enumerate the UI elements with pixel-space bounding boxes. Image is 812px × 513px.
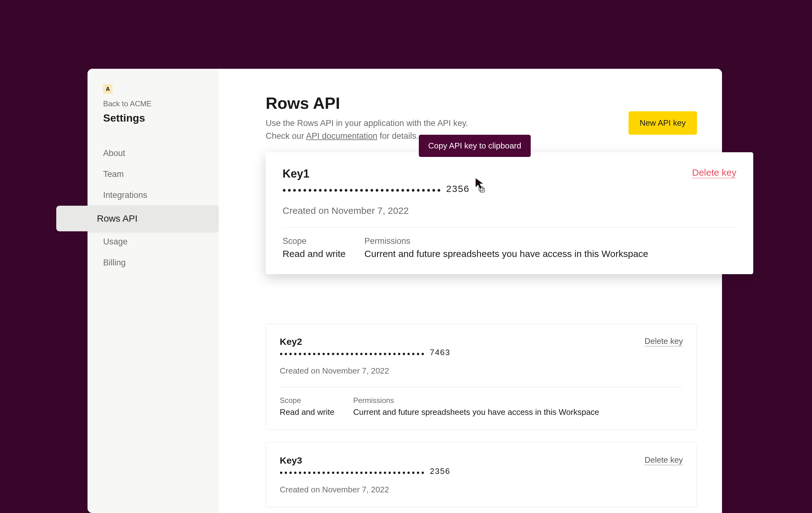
key-name: Key3	[280, 455, 451, 466]
key-name: Key1	[283, 167, 486, 180]
permissions-col: Permissions Current and future spreadshe…	[365, 236, 648, 259]
key-created: Created on November 7, 2022	[280, 366, 683, 376]
sidebar-item-usage[interactable]: Usage	[88, 231, 219, 252]
permissions-value: Current and future spreadsheets you have…	[365, 249, 648, 259]
delete-key-link[interactable]: Delete key	[692, 167, 736, 178]
key-dots: •••••••••••••••••••••••••••••••	[283, 185, 442, 196]
key-created: Created on November 7, 2022	[283, 205, 736, 216]
key-dots: •••••••••••••••••••••••••••••••	[280, 349, 426, 359]
key-created: Created on November 7, 2022	[280, 485, 683, 494]
copy-tooltip: Copy API key to clipboard	[419, 135, 531, 157]
permissions-value: Current and future spreadsheets you have…	[353, 407, 599, 417]
api-key-card-highlighted: Copy API key to clipboard Key1 •••••••••…	[266, 152, 753, 274]
key-masked-value: •••••••••••••••••••••••••••••••2356	[283, 183, 486, 194]
sidebar-item-team[interactable]: Team	[88, 164, 219, 185]
sidebar-item-billing[interactable]: Billing	[88, 252, 219, 273]
key-title-block: Key2 •••••••••••••••••••••••••••••••7463	[280, 336, 451, 357]
subtitle-line-1: Use the Rows API in your application wit…	[266, 118, 468, 128]
divider	[280, 387, 683, 387]
permissions-label: Permissions	[365, 236, 648, 246]
workspace-logo-badge[interactable]: A	[103, 84, 113, 94]
scope-col: Scope Read and write	[280, 396, 335, 417]
key-header: Key1 •••••••••••••••••••••••••••••••2356…	[283, 167, 736, 194]
scope-value: Read and write	[280, 407, 335, 417]
sidebar-title: Settings	[103, 112, 203, 124]
sidebar-item-about[interactable]: About	[88, 143, 219, 164]
key-suffix: 2356	[446, 183, 470, 194]
sidebar-header: A Back to ACME Settings	[88, 84, 219, 137]
permissions-col: Permissions Current and future spreadshe…	[353, 396, 599, 417]
key-masked-value: •••••••••••••••••••••••••••••••7463	[280, 348, 451, 357]
key-header: Key2 •••••••••••••••••••••••••••••••7463…	[280, 336, 683, 357]
page-title: Rows API	[266, 94, 468, 113]
key-suffix: 7463	[430, 348, 451, 357]
api-key-card: Key3 •••••••••••••••••••••••••••••••2356…	[266, 443, 697, 507]
new-api-key-button[interactable]: New API key	[629, 111, 697, 135]
api-key-card: Key2 •••••••••••••••••••••••••••••••7463…	[266, 323, 697, 430]
sidebar-nav: About Team Integrations Rows API Usage B…	[88, 137, 219, 273]
scope-row: Scope Read and write Permissions Current…	[280, 396, 683, 417]
cursor-icon	[474, 177, 486, 189]
delete-key-link[interactable]: Delete key	[644, 455, 683, 465]
key-title-block: Key3 •••••••••••••••••••••••••••••••2356	[280, 455, 451, 476]
key-masked-value: •••••••••••••••••••••••••••••••2356	[280, 466, 451, 476]
scope-row: Scope Read and write Permissions Current…	[283, 236, 736, 259]
key-suffix: 2356	[430, 466, 451, 476]
key-dots: •••••••••••••••••••••••••••••••	[280, 468, 426, 478]
sidebar: A Back to ACME Settings About Team Integ…	[88, 69, 219, 513]
subtitle-prefix: Check our	[266, 131, 306, 141]
app-window: A Back to ACME Settings About Team Integ…	[88, 69, 722, 513]
divider	[283, 227, 736, 228]
scope-value: Read and write	[283, 249, 346, 259]
back-to-workspace-link[interactable]: Back to ACME	[103, 99, 203, 108]
sidebar-item-rows-api[interactable]: Rows API	[56, 206, 219, 231]
api-doc-link[interactable]: API documentation	[306, 131, 377, 141]
scope-label: Scope	[280, 396, 335, 405]
sidebar-item-integrations[interactable]: Integrations	[88, 185, 219, 206]
scope-col: Scope Read and write	[283, 236, 346, 259]
permissions-label: Permissions	[353, 396, 599, 405]
key-header: Key3 •••••••••••••••••••••••••••••••2356…	[280, 455, 683, 476]
key-name: Key2	[280, 336, 451, 347]
delete-key-link[interactable]: Delete key	[644, 336, 683, 346]
key-title-block: Key1 •••••••••••••••••••••••••••••••2356	[283, 167, 486, 194]
subtitle-suffix: for details.	[377, 131, 418, 141]
scope-label: Scope	[283, 236, 346, 246]
